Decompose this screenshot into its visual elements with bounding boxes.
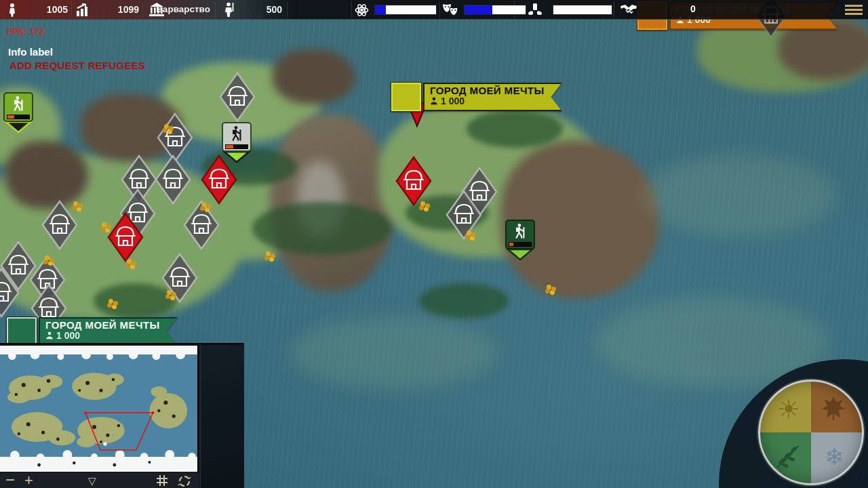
minimap-collapse-button[interactable]: ▽ [88, 474, 96, 488]
village-marker-red[interactable] [395, 156, 432, 206]
village-marker-grey[interactable] [0, 268, 20, 318]
chart-icon [76, 3, 91, 17]
minimap-zoom-in-button[interactable]: + [24, 474, 33, 487]
village-marker-red[interactable] [107, 212, 144, 262]
village-marker-grey[interactable] [183, 200, 220, 250]
military-value[interactable]: 500 [235, 4, 282, 15]
city-name: ГОРОД МОЕЙ МЕЧТЫ [430, 85, 545, 96]
gold-pile [108, 299, 113, 304]
minimap-rotate-button[interactable] [178, 474, 191, 488]
soldier-icon [222, 2, 236, 18]
person-icon [5, 3, 19, 17]
village-marker-grey[interactable] [219, 72, 256, 122]
village-marker-grey[interactable] [155, 155, 191, 205]
spring-branch-icon [774, 442, 802, 470]
gold-pile [266, 251, 271, 256]
population-value[interactable]: 1005 [20, 4, 68, 15]
city-banner-bottom-left[interactable]: ГОРОД МОЕЙ МЕЧТЫ 1 000 [7, 317, 178, 346]
science-progress-bar[interactable] [374, 5, 437, 15]
minimap-toolbar: − + ▽ [0, 473, 199, 488]
gold-pile [73, 201, 78, 206]
city-name: ГОРОД МОЕЙ МЕЧТЫ [45, 319, 160, 331]
city-population: 1 000 [56, 330, 80, 341]
traveler-unit-marker[interactable] [3, 92, 34, 134]
traveler-unit-marker[interactable] [221, 122, 252, 163]
minimap-player-dot [103, 442, 106, 445]
population-icon [45, 331, 54, 340]
minimap-zoom-out-button[interactable]: − [5, 473, 15, 487]
hiker-icon [9, 95, 27, 113]
gold-pile [420, 201, 425, 206]
game-screen: ГОРОД МОЕЙ МЕЧТЫ 1 000 ГОРОД МОЕЙ МЕЧТЫ … [0, 0, 868, 488]
masks-icon [442, 3, 458, 17]
minimap[interactable] [0, 346, 199, 472]
growth-value[interactable]: 1099 [92, 4, 139, 15]
village-marker-grey[interactable] [161, 253, 198, 303]
menu-button[interactable] [845, 5, 863, 17]
fps-counter: FPS: 172 [7, 26, 44, 37]
gold-pile [164, 124, 169, 129]
gold-pile [467, 230, 471, 235]
gold-pile [167, 290, 172, 295]
add-request-refugees-button[interactable]: ADD REQUEST REFUGEES [9, 60, 145, 71]
gold-pile [45, 256, 50, 260]
population-icon [430, 97, 438, 105]
hiker-icon [511, 222, 529, 240]
village-marker-grey[interactable] [41, 200, 78, 250]
gold-pile [127, 259, 132, 264]
city-flag-square [7, 317, 37, 346]
winter-snowflake-icon: ❄ [825, 443, 844, 470]
seasons-wheel: ☀ ❄ [758, 380, 864, 485]
summer-sun-icon: ☀ [777, 394, 800, 424]
top-resource-bar: 1005 1099 Варварство 500 [0, 0, 868, 20]
handshake-icon [620, 4, 637, 16]
info-label: Info label [8, 46, 53, 58]
atom-icon [354, 3, 370, 18]
minimap-side-strip [200, 346, 244, 488]
gold-pile [102, 222, 106, 227]
minimap-grid-button[interactable] [156, 474, 168, 487]
culture-progress-bar[interactable] [464, 5, 526, 15]
minimap-panel: − + ▽ [0, 343, 244, 488]
autumn-leaf-icon [820, 394, 847, 422]
hands-icon [528, 3, 542, 18]
notification-counter: 0 [690, 3, 696, 14]
hiker-icon [228, 125, 245, 142]
faith-progress-bar[interactable] [553, 5, 612, 15]
city-population: 1 000 [441, 96, 465, 106]
gold-pile [547, 285, 551, 289]
government-value[interactable]: Варварство [151, 4, 210, 14]
city-flag-square [391, 83, 421, 111]
city-banner-center[interactable]: ГОРОД МОЕЙ МЕЧТЫ 1 000 [391, 83, 562, 111]
village-marker-grey[interactable] [446, 190, 482, 240]
gold-pile [201, 202, 206, 207]
traveler-unit-marker[interactable] [505, 220, 536, 261]
